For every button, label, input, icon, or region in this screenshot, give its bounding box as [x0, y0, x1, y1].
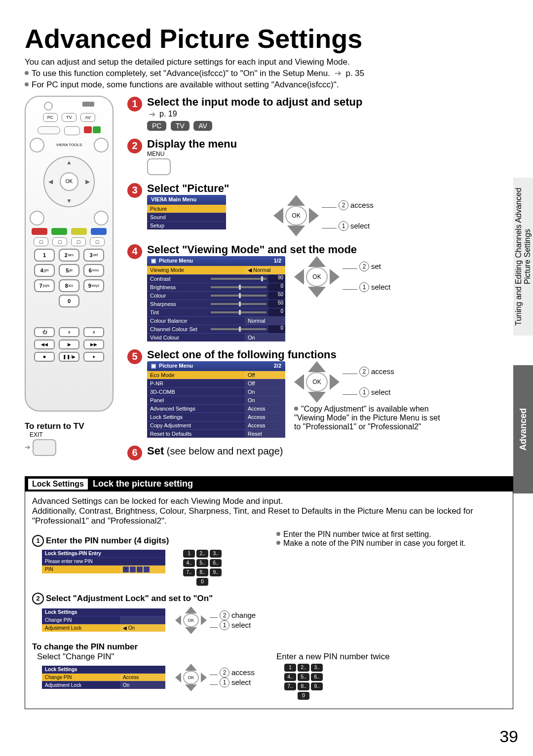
remote-option-button[interactable]: ▢ — [71, 237, 86, 246]
intro-text: You can adjust and setup the detailed pi… — [25, 57, 513, 91]
remote-option-button[interactable]: ▢ — [52, 237, 67, 246]
remote-av-button[interactable]: AV — [80, 113, 95, 122]
ch-button[interactable]: ∧ — [83, 327, 104, 337]
intro-line-1: You can adjust and setup the detailed pi… — [25, 57, 513, 68]
steps-column: 1 Select the input mode to adjust and se… — [127, 96, 513, 467]
circle-button[interactable] — [30, 138, 44, 152]
remote-option-button[interactable]: ▢ — [34, 237, 48, 246]
remote-control: PC TV AV VIERA TOOLS — [25, 96, 114, 412]
nav-access-label: access — [350, 201, 374, 209]
numkey-2[interactable]: 2abc — [59, 249, 79, 262]
step-title: Select "Picture" — [147, 182, 513, 195]
menu-button[interactable] — [147, 158, 171, 175]
return-title: To return to TV — [25, 421, 118, 431]
circle-button[interactable] — [30, 211, 44, 226]
viera-tools-label: VIERA TOOLS — [56, 143, 82, 147]
green-button[interactable] — [93, 126, 101, 133]
nav-pad-icon: OK — [294, 361, 340, 403]
record-button[interactable]: ● — [83, 352, 104, 362]
nav-pad-icon: OK — [175, 664, 207, 691]
step-number-icon: 1 — [127, 97, 142, 112]
lock-sub1-title: Enter the PIN number (4 digits) — [46, 535, 169, 545]
numkey-3[interactable]: 3def — [83, 249, 104, 262]
circle-button[interactable] — [94, 138, 109, 152]
circle-button[interactable] — [94, 211, 109, 226]
stop-button[interactable]: ■ — [34, 352, 55, 362]
intro-line-2: To use this function completely, set "Ad… — [25, 68, 513, 79]
picture-menu-osd-1: ▣Picture Menu1/2 Viewing Mode◀ Normal Co… — [147, 256, 285, 341]
keypad-icon: 12..3.. 4..5..6.. 7..8..9.. 0 — [183, 550, 222, 586]
step-6: 6 Set (see below and next page) — [127, 445, 513, 460]
nav-select-label: select — [371, 283, 390, 291]
pin-entry-osd: Lock Settings-PIN Entry Please enter new… — [42, 550, 165, 573]
power-button[interactable]: ⏻ — [34, 327, 55, 337]
play-button[interactable]: ▶ — [59, 340, 79, 349]
step-number-icon: 6 — [127, 446, 142, 460]
yellow-color-button[interactable] — [71, 228, 87, 235]
keypad-icon: 12..3.. 4..5..6.. 7..8..9.. 0 — [284, 664, 323, 700]
forward-button[interactable]: ▶▶ — [83, 340, 104, 349]
step-5: 5 Select one of the following functions … — [127, 348, 513, 438]
adjustment-lock-osd: Lock Settings Change PIN Adjustment Lock… — [42, 608, 165, 632]
numkey-7[interactable]: 7pqrs — [34, 279, 55, 292]
step-3: 3 Select "Picture" VIEᖆA Main Menu Pictu… — [127, 182, 513, 236]
numkey-1[interactable]: 1 — [34, 249, 55, 262]
remote-ok-button[interactable]: OK — [60, 172, 78, 191]
red-button[interactable] — [84, 126, 92, 133]
numkey-6[interactable]: 6mno — [83, 264, 104, 277]
green-color-button[interactable] — [51, 228, 67, 235]
led-icon — [44, 102, 53, 111]
lock-heading: Lock the picture setting — [93, 479, 193, 489]
menu-label: MENU — [147, 151, 513, 157]
step-title: Select "Viewing Mode" and set the mode — [147, 243, 513, 256]
lock-settings-section: Lock Settings Lock the picture setting A… — [25, 476, 513, 709]
change-pin-osd: Lock Settings Change PINAccess Adjustmen… — [42, 666, 165, 689]
picture-menu-osd-2: ▣Picture Menu2/2 Eco ModeOff P-NROff 3D-… — [147, 361, 285, 438]
nav-set-label: set — [371, 262, 381, 270]
main-menu-osd: VIEᖆA Main Menu Picture Sound Setup — [147, 195, 226, 229]
remote-pill-button[interactable] — [38, 126, 60, 134]
side-tab-topics: Tuning and Editing Channels Advanced Pic… — [513, 178, 533, 336]
return-to-tv: To return to TV EXIT ➔ — [25, 421, 118, 456]
step-title: Select one of the following functions — [147, 348, 513, 361]
numkey-0[interactable]: 0 — [59, 295, 79, 307]
rewind-button[interactable]: ◀◀ — [34, 340, 55, 349]
nav-pad-icon: OK — [175, 606, 207, 634]
blue-color-button[interactable] — [91, 228, 107, 235]
pc-mode-pill[interactable]: PC — [147, 121, 166, 131]
intro-line-3: For PC input mode, some functions are av… — [25, 79, 513, 91]
remote-tv-button[interactable]: TV — [62, 113, 76, 122]
bullet-icon — [294, 407, 298, 411]
remote-option-button[interactable]: ▢ — [90, 237, 105, 246]
page-number: 39 — [499, 727, 518, 746]
remote-small-button[interactable] — [64, 126, 80, 135]
numkey-5[interactable]: 5jkl — [59, 264, 79, 277]
nav-pad-icon: OK — [294, 256, 340, 298]
numkey-8[interactable]: 8tuv — [59, 279, 79, 292]
vol-button[interactable]: ∨ — [59, 327, 79, 337]
pause-button[interactable]: ❚❚/▶ — [59, 352, 79, 362]
tv-mode-pill[interactable]: TV — [171, 121, 190, 131]
numkey-9[interactable]: 9wxyz — [83, 279, 104, 292]
remote-pc-button[interactable]: PC — [43, 113, 58, 122]
up-arrow-icon: ▲ — [66, 159, 72, 166]
step-4: 4 Select "Viewing Mode" and set the mode… — [127, 243, 513, 341]
ir-window — [82, 102, 94, 107]
arrow-icon: ➔ — [335, 68, 342, 79]
step-2: 2 Display the menu MENU — [127, 138, 513, 175]
change-pin-line: Select "Change PIN" — [37, 652, 262, 662]
red-color-button[interactable] — [32, 228, 47, 235]
nav-pad-icon: OK — [273, 195, 319, 236]
down-arrow-icon: ▼ — [66, 197, 72, 204]
copy-adjustment-note: "Copy Adjustment" is available when "Vie… — [294, 405, 442, 431]
exit-button[interactable] — [33, 439, 56, 456]
step-title: Select the input mode to adjust and setu… — [147, 96, 513, 109]
page-title: Advanced Picture Settings — [25, 25, 513, 53]
av-mode-pill[interactable]: AV — [193, 121, 212, 131]
step-title: Display the menu — [147, 138, 513, 151]
step-number-icon: 3 — [127, 183, 142, 198]
lock-sub2-title: Select "Adjustment Lock" and set to "On" — [46, 593, 213, 603]
right-arrow-icon: ▶ — [85, 178, 90, 185]
numkey-4[interactable]: 4ghi — [34, 264, 55, 277]
remote-dpad[interactable]: ▲ ▼ ◀ ▶ OK — [43, 156, 95, 207]
